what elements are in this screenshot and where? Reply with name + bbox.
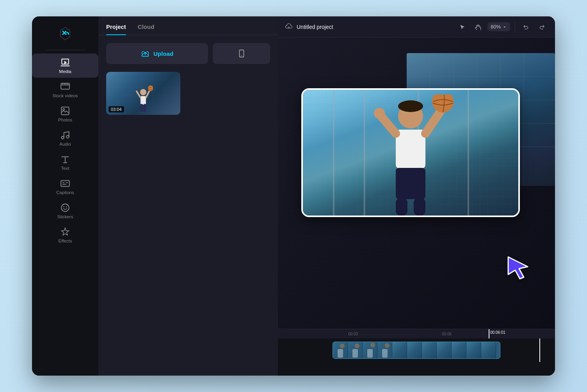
svg-rect-57 xyxy=(396,198,407,216)
timeline-frame xyxy=(481,342,496,358)
sidebar-item-label-captions: Captions xyxy=(56,190,74,195)
timeline-area: 00:03 00:06 00:06:01 xyxy=(278,329,555,376)
svg-rect-61 xyxy=(338,349,343,358)
sidebar-item-label-photos: Photos xyxy=(58,118,72,122)
svg-rect-70 xyxy=(382,349,388,358)
timeline-tick-3: 00:03 xyxy=(348,332,358,336)
svg-rect-19 xyxy=(141,96,146,105)
sidebar-item-text[interactable]: Text xyxy=(32,150,98,175)
svg-point-20 xyxy=(140,89,146,95)
svg-rect-5 xyxy=(61,180,69,186)
timeline-frame xyxy=(422,342,437,358)
svg-rect-64 xyxy=(352,349,358,358)
app-logo[interactable] xyxy=(56,24,75,43)
sidebar-item-label-stickers: Stickers xyxy=(57,214,73,219)
timeline-playhead-line xyxy=(539,339,540,362)
upload-button[interactable]: Upload xyxy=(106,43,208,64)
timeline-frame xyxy=(407,342,422,358)
sidebar-item-label-effects: Effects xyxy=(59,239,72,243)
svg-point-69 xyxy=(385,343,390,348)
app-window: Media Stock videos Photos xyxy=(32,16,555,376)
timeline-frame xyxy=(333,342,348,358)
media-panel-tabs: Project Cloud xyxy=(98,16,278,35)
sidebar-item-media[interactable]: Media xyxy=(32,53,98,78)
main-video-image xyxy=(303,90,518,216)
zoom-level: 80% xyxy=(491,24,501,30)
header-tools: 80% xyxy=(456,21,548,33)
svg-point-60 xyxy=(340,344,345,348)
sidebar-item-label-audio: Audio xyxy=(59,142,71,146)
svg-point-53 xyxy=(374,108,385,119)
canvas-container xyxy=(278,37,555,329)
timeline-ruler: 00:03 00:06 00:06:01 xyxy=(278,329,555,339)
clip-duration: 03:04 xyxy=(109,106,124,112)
svg-rect-58 xyxy=(414,198,425,216)
sidebar-item-label-text: Text xyxy=(61,166,69,171)
mobile-icon xyxy=(237,49,246,58)
svg-rect-50 xyxy=(396,130,425,169)
timeline-frame xyxy=(348,342,363,358)
timeline-frame xyxy=(363,342,377,358)
sidebar: Media Stock videos Photos xyxy=(32,16,98,376)
undo-button[interactable] xyxy=(520,21,532,33)
svg-point-23 xyxy=(148,86,153,91)
svg-rect-67 xyxy=(367,349,373,358)
media-panel: Project Cloud Upload xyxy=(98,16,278,376)
timeline-ruler-playhead: 00:06:01 xyxy=(489,329,489,339)
svg-rect-9 xyxy=(239,50,244,57)
svg-point-7 xyxy=(63,207,64,208)
cloud-save-icon[interactable] xyxy=(285,22,293,32)
pointer-tool-button[interactable] xyxy=(456,21,469,33)
svg-point-49 xyxy=(398,100,423,112)
svg-point-8 xyxy=(66,207,67,208)
hand-tool-button[interactable] xyxy=(472,21,484,33)
timeline-frame xyxy=(466,342,481,358)
timeline-time-display: 00:06:01 xyxy=(490,330,505,335)
sidebar-item-label-media: Media xyxy=(59,69,71,74)
project-title: Untitled project xyxy=(297,24,452,30)
svg-rect-24 xyxy=(141,104,143,112)
media-upload-area: Upload xyxy=(98,35,278,72)
svg-point-63 xyxy=(355,344,359,348)
timeline-clip[interactable] xyxy=(333,342,500,359)
media-grid: 03:04 xyxy=(98,72,278,115)
editor-area: Untitled project 80% xyxy=(278,16,555,376)
svg-point-55 xyxy=(432,94,454,112)
mobile-import-button[interactable] xyxy=(213,43,270,64)
sidebar-item-photos[interactable]: Photos xyxy=(32,102,98,126)
sidebar-item-audio[interactable]: Audio xyxy=(32,126,98,150)
sidebar-item-stock-videos[interactable]: Stock videos xyxy=(32,78,98,102)
svg-rect-56 xyxy=(396,168,425,199)
timeline-frame xyxy=(437,342,452,358)
cursor-arrow xyxy=(504,253,532,282)
sidebar-item-captions[interactable]: Captions xyxy=(32,175,98,199)
svg-rect-1 xyxy=(61,107,69,115)
timeline-frame xyxy=(377,342,392,358)
editor-header: Untitled project 80% xyxy=(278,16,555,37)
zoom-control[interactable]: 80% xyxy=(487,22,510,31)
svg-point-3 xyxy=(61,136,64,139)
header-divider xyxy=(515,22,515,32)
media-thumbnail[interactable]: 03:04 xyxy=(106,72,180,115)
sidebar-item-stickers[interactable]: Stickers xyxy=(32,199,98,223)
tab-project[interactable]: Project xyxy=(106,23,126,35)
svg-rect-25 xyxy=(144,104,146,112)
svg-rect-0 xyxy=(61,83,69,89)
sidebar-item-label-stock: Stock videos xyxy=(52,93,78,98)
svg-point-66 xyxy=(370,343,375,347)
svg-point-2 xyxy=(63,109,64,110)
timeline-track xyxy=(278,342,555,365)
upload-icon xyxy=(141,49,149,58)
timeline-tick-6: 00:06 xyxy=(442,332,452,336)
upload-label: Upload xyxy=(153,50,173,57)
timeline-clip-frames xyxy=(333,342,500,358)
sidebar-item-effects[interactable]: Effects xyxy=(32,223,98,247)
main-video-preview[interactable] xyxy=(301,88,520,217)
svg-line-22 xyxy=(146,90,150,98)
sidebar-divider xyxy=(45,50,85,50)
tab-cloud[interactable]: Cloud xyxy=(138,23,155,35)
svg-point-10 xyxy=(241,55,242,56)
svg-line-21 xyxy=(137,91,141,98)
redo-button[interactable] xyxy=(535,21,548,33)
timeline-frame xyxy=(452,342,466,358)
